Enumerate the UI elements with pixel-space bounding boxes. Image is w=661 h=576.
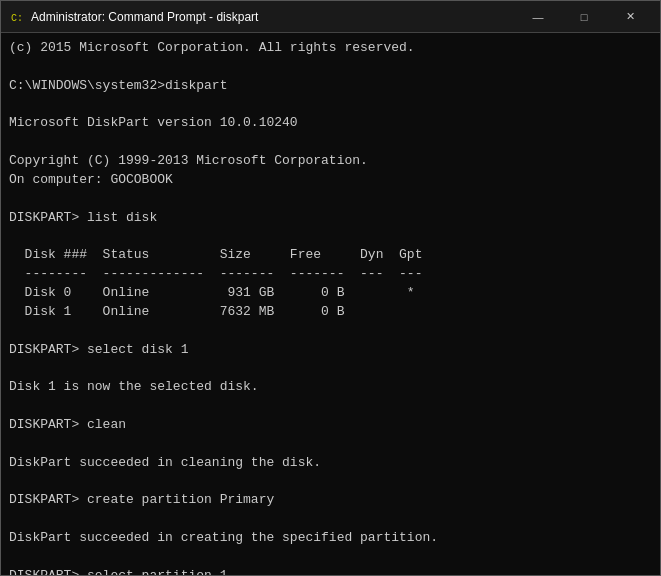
terminal-line [9, 227, 652, 246]
terminal-line: Disk ### Status Size Free Dyn Gpt [9, 246, 652, 265]
close-button[interactable]: ✕ [608, 3, 652, 31]
terminal-line: Disk 0 Online 931 GB 0 B * [9, 284, 652, 303]
terminal-line [9, 435, 652, 454]
terminal-line: DISKPART> list disk [9, 209, 652, 228]
terminal-line: DiskPart succeeded in creating the speci… [9, 529, 652, 548]
terminal-line: Microsoft DiskPart version 10.0.10240 [9, 114, 652, 133]
terminal-line: DISKPART> clean [9, 416, 652, 435]
terminal-line: Disk 1 is now the selected disk. [9, 378, 652, 397]
cmd-icon: C: [9, 9, 25, 25]
title-bar-left: C: Administrator: Command Prompt - diskp… [9, 9, 258, 25]
terminal-line: DISKPART> create partition Primary [9, 491, 652, 510]
terminal-line [9, 548, 652, 567]
terminal-line [9, 190, 652, 209]
terminal-line [9, 133, 652, 152]
terminal-line: On computer: GOCOBOOK [9, 171, 652, 190]
terminal-line [9, 397, 652, 416]
terminal-line: C:\WINDOWS\system32>diskpart [9, 77, 652, 96]
terminal-line: (c) 2015 Microsoft Corporation. All righ… [9, 39, 652, 58]
terminal-output[interactable]: (c) 2015 Microsoft Corporation. All righ… [1, 33, 660, 575]
title-bar: C: Administrator: Command Prompt - diskp… [1, 1, 660, 33]
terminal-line: DISKPART> select disk 1 [9, 341, 652, 360]
terminal-line [9, 510, 652, 529]
terminal-line: -------- ------------- ------- ------- -… [9, 265, 652, 284]
terminal-line [9, 58, 652, 77]
minimize-button[interactable]: — [516, 3, 560, 31]
terminal-line: DiskPart succeeded in cleaning the disk. [9, 454, 652, 473]
window: C: Administrator: Command Prompt - diskp… [0, 0, 661, 576]
terminal-line [9, 472, 652, 491]
terminal-line: Copyright (C) 1999-2013 Microsoft Corpor… [9, 152, 652, 171]
title-controls: — □ ✕ [516, 3, 652, 31]
terminal-line: Disk 1 Online 7632 MB 0 B [9, 303, 652, 322]
terminal-line [9, 359, 652, 378]
terminal-line [9, 322, 652, 341]
terminal-line: DISKPART> select partition 1 [9, 567, 652, 575]
title-text: Administrator: Command Prompt - diskpart [31, 10, 258, 24]
maximize-button[interactable]: □ [562, 3, 606, 31]
svg-text:C:: C: [11, 13, 23, 24]
terminal-line [9, 96, 652, 115]
